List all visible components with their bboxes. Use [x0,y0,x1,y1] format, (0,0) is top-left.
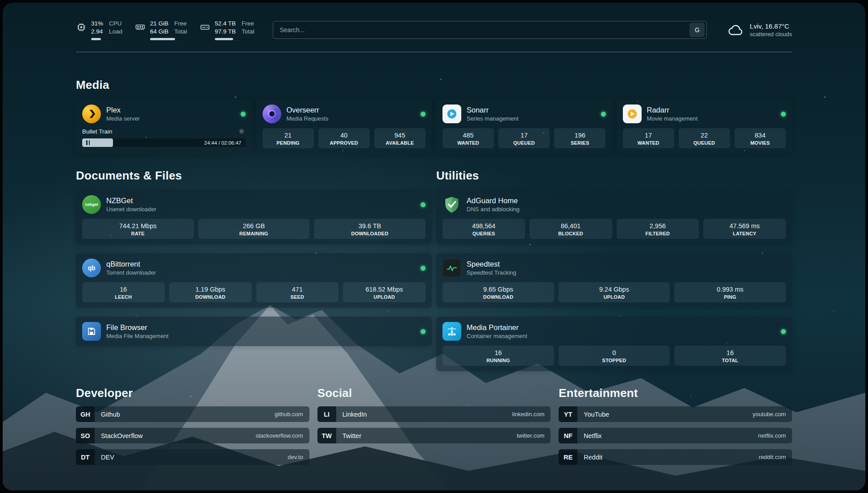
overseerr-icon [263,104,281,123]
section-title-media: Media [76,78,792,92]
dashboard-screen: 31% 2.94 CPU Load [3,3,865,490]
stat-upload: 618.52 MbpsUPLOAD [343,282,426,302]
disk-icon [200,22,210,33]
app-name: Media Portainer [467,323,527,332]
stat-movies: 834MOVIES [734,128,786,148]
portainer-card[interactable]: Media Portainer Container management 16R… [436,317,792,371]
stat-queries: 498,564QUERIES [442,219,525,239]
app-name: Overseerr [287,105,329,115]
stat-pending: 21PENDING [263,128,314,148]
status-dot [421,329,426,334]
qbittorrent-icon: qb [82,259,101,277]
section-title-entertainment: Entertainment [559,386,792,400]
nzbget-icon: nzbget [82,195,101,214]
github-badge: GH [76,406,95,422]
stat-running: 16RUNNING [442,346,554,366]
status-dot [421,112,426,117]
snow-particles-small [3,3,4,4]
top-bar: 31% 2.94 CPU Load [76,20,792,40]
radarr-card[interactable]: Radarr Movie management 17WANTED 22QUEUE… [617,99,793,154]
overseerr-card[interactable]: Overseerr Media Requests 21PENDING 40APP… [256,99,432,154]
ram-progress-bar [150,38,187,40]
bookmark-stackoverflow[interactable]: SO StackOverflow stackoverflow.com [76,428,309,443]
playback-progress-bar[interactable]: 24:44 / 02:06:47 [82,138,246,147]
status-dot [601,112,606,117]
qbittorrent-card[interactable]: qb qBittorrent Torrent downloader 16LEEC… [76,253,432,308]
stat-ping: 0.993 msPING [674,282,786,302]
section-title-social: Social [317,386,551,400]
media-grid: Plex Media server Bullet Train 24:44 / 0… [76,99,792,154]
stat-queued: 17QUEUED [498,128,550,148]
stat-remaining: 266 GBREMAINING [198,219,310,239]
status-dot [421,266,426,271]
app-name: Speedtest [467,259,516,269]
filebrowser-card[interactable]: File Browser Media File Management [76,317,432,346]
weather-widget: Lviv, 16.87°C scattered clouds [727,21,792,38]
weather-location: Lviv, 16.87°C [750,22,792,30]
adguard-shield-icon [442,195,461,214]
stat-download: 1.19 GbpsDOWNLOAD [169,282,252,302]
disk-total-value: 97.9 TB [215,28,236,36]
stackoverflow-badge: SO [76,428,95,443]
weather-condition: scattered clouds [750,30,792,38]
stat-series: 196SERIES [554,128,605,148]
cpu-widget: 31% 2.94 CPU Load [76,20,122,40]
stat-available: 945AVAILABLE [374,128,426,148]
stat-blocked: 86,401BLOCKED [530,219,612,239]
cloud-icon [727,21,744,38]
bookmark-reddit[interactable]: RE Reddit reddit.com [559,449,792,465]
twitter-badge: TW [317,428,336,443]
ram-widget: 21 GiB 64 GiB Free Total [135,20,187,40]
status-dot [421,202,426,207]
bookmark-twitter[interactable]: TW Twitter twitter.com [317,428,551,443]
search-input[interactable] [280,26,689,33]
bookmark-youtube[interactable]: YT YouTube youtube.com [559,406,792,422]
adguard-card[interactable]: AdGuard Home DNS and adblocking 498,564Q… [436,190,792,244]
cpu-load-label: Load [109,28,122,36]
reddit-badge: RE [559,449,577,465]
pause-button[interactable] [86,140,90,145]
plex-icon [82,104,101,123]
app-subtitle: Movie management [647,115,698,122]
stat-seed: 471SEED [256,282,339,302]
section-title-documents: Documents & Files [76,169,432,183]
speedtest-card[interactable]: Speedtest Speedtest Tracking 9.65 GbpsDO… [436,253,792,308]
app-subtitle: Series management [467,115,518,122]
status-dot [781,112,786,117]
cpu-percent: 31% [91,20,103,28]
search-engine-button[interactable]: G [689,23,705,37]
app-name: AdGuard Home [467,196,520,205]
app-name: Sonarr [467,105,518,115]
bookmark-dev[interactable]: DT DEV dev.to [76,449,309,465]
cpu-progress-bar [91,38,122,40]
ram-total-label: Total [174,28,187,36]
playback-time: 24:44 / 02:06:47 [204,140,241,146]
sonarr-card[interactable]: Sonarr Series management 485WANTED 17QUE… [436,99,612,154]
bookmark-github[interactable]: GH Github github.com [76,406,309,422]
bookmark-linkedin[interactable]: LI LinkedIn linkedin.com [317,406,551,422]
snow-particles [3,3,4,4]
search-bar: G [273,21,707,39]
stat-latency: 47.569 msLATENCY [703,219,786,239]
disk-free-value: 52.4 TB [215,20,236,28]
gear-icon[interactable] [238,127,246,135]
stat-leech: 16LEECH [82,282,165,302]
radarr-icon [623,104,642,123]
stat-stopped: 0STOPPED [559,346,670,366]
speedtest-icon [442,259,461,277]
status-dot [241,112,246,117]
disk-progress-bar [215,38,255,40]
stat-queued: 22QUEUED [679,128,730,148]
app-name: File Browser [106,323,168,332]
plex-card[interactable]: Plex Media server Bullet Train 24:44 / 0… [76,99,252,154]
youtube-badge: YT [559,406,577,422]
bookmark-netflix[interactable]: NF Netflix netflix.com [559,428,792,443]
disk-total-label: Total [242,28,255,36]
now-playing-title: Bullet Train [82,128,113,135]
app-subtitle: Media File Management [106,332,168,340]
nzbget-card[interactable]: nzbget NZBGet Usenet downloader 744.21 M… [76,190,432,244]
app-subtitle: Usenet downloader [106,205,156,213]
sonarr-icon [442,104,461,123]
app-subtitle: Container management [467,332,527,340]
ram-total-value: 64 GiB [150,28,168,36]
